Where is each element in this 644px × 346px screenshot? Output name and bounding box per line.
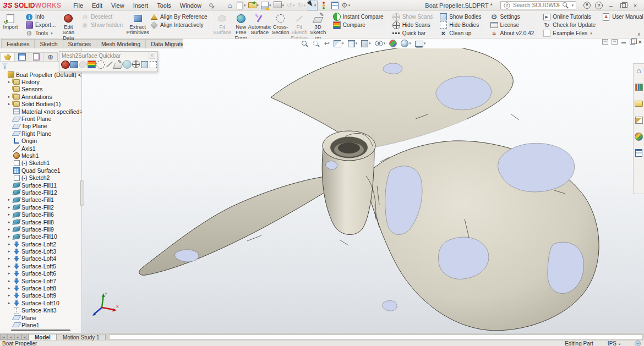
previous-view-button[interactable]: [323, 39, 331, 48]
expand-arrow-icon[interactable]: ▸: [7, 220, 12, 224]
cleanup-button[interactable]: Clean up: [437, 29, 483, 37]
expand-arrow-icon[interactable]: ▸: [7, 197, 12, 202]
info-button[interactable]: Info: [23, 13, 58, 21]
tree-item-surface-loft6[interactable]: ▸Surface-Loft6: [1, 270, 81, 277]
view-settings-caret-icon[interactable]: ▾: [424, 41, 426, 46]
extract-button[interactable]: Extract Primitives: [128, 12, 147, 37]
hide-scans-button[interactable]: Hide Scans: [390, 21, 435, 29]
tree-item-surface-fill6[interactable]: ▸Surface-Fill6: [1, 211, 81, 218]
quickbar-hide-bodies-button[interactable]: [149, 60, 157, 69]
quickbar-title-bar[interactable]: Mesh2Surface Quickbar ×: [59, 52, 157, 59]
expand-arrow-icon[interactable]: ▸: [7, 234, 12, 239]
quickbar-button[interactable]: Quick bar: [390, 29, 435, 37]
quickbar-sketch-3d-button[interactable]: [114, 60, 122, 69]
options-button[interactable]: ▾: [341, 1, 351, 10]
expand-arrow-icon[interactable]: ▸: [7, 256, 12, 261]
sketch-3d-button[interactable]: 3D Sketch on Scan: [309, 12, 328, 37]
newdoc-caret-icon[interactable]: ▾: [244, 3, 246, 8]
search-caret-icon[interactable]: ▾: [571, 3, 574, 8]
show-bodies-button[interactable]: Show Bodies: [437, 13, 483, 21]
view-orientation-caret-icon[interactable]: ▾: [356, 41, 358, 46]
tree-item-sketch1[interactable]: (-) Sketch1: [1, 160, 81, 167]
home-button[interactable]: [225, 1, 235, 10]
close-button[interactable]: ×: [629, 1, 641, 10]
tab-scroll-first-button[interactable]: |◂: [0, 334, 7, 340]
view-settings-button[interactable]: ▾: [413, 39, 428, 48]
expand-arrow-icon[interactable]: ▸: [7, 301, 12, 305]
tree-item-quad-surface1[interactable]: Quad Surface1: [1, 167, 81, 174]
pane-right-icon[interactable]: [612, 39, 618, 45]
tree-item-surface-loft5[interactable]: ▸Surface-Loft5: [1, 262, 81, 270]
zoom-area-button[interactable]: [311, 39, 322, 48]
tab-features[interactable]: Features: [1, 39, 35, 48]
align-ref-button[interactable]: Align By Reference: [148, 13, 210, 21]
compare-button[interactable]: Compare: [331, 21, 386, 29]
cross-section-button[interactable]: Cross-Section: [271, 12, 290, 37]
tools-caret-icon[interactable]: ▾: [51, 31, 53, 36]
tab-scroll-next-button[interactable]: ▸: [14, 334, 21, 340]
tree-item-surface-fill9[interactable]: ▸Surface-Fill9: [1, 226, 81, 233]
tree-item-surface-knit3[interactable]: Surface-Knit3: [1, 307, 81, 314]
quickbar-compare-button[interactable]: [88, 60, 96, 69]
expand-arrow-icon[interactable]: ▸: [7, 279, 12, 283]
mesh2surface-quickbar[interactable]: Mesh2Surface Quickbar ×: [59, 51, 158, 72]
units-selector[interactable]: IPS ▴: [608, 340, 620, 346]
menu-file[interactable]: File: [69, 0, 88, 10]
expand-arrow-icon[interactable]: ▸: [7, 249, 12, 254]
print-button[interactable]: ▾: [273, 1, 285, 10]
help-search-box[interactable]: ▾: [500, 1, 576, 9]
expand-arrow-icon[interactable]: ▸: [7, 242, 12, 246]
export-button[interactable]: Export...: [23, 21, 58, 29]
section-view-caret-icon[interactable]: ▾: [342, 41, 344, 46]
view-orientation-button[interactable]: ▾: [346, 39, 359, 48]
taskpane-folder-button[interactable]: [635, 99, 643, 108]
minimize-button[interactable]: –: [605, 1, 617, 10]
collapse-ribbon-chevron-icon[interactable]: ∧: [637, 31, 641, 37]
menu-tools[interactable]: Tools: [152, 0, 176, 10]
expand-arrow-icon[interactable]: ▸: [7, 212, 12, 217]
tree-item-surface-loft2[interactable]: ▸Surface-Loft2: [1, 240, 81, 248]
taskpane-ball-button[interactable]: [635, 132, 643, 141]
help-button[interactable]: [593, 1, 605, 10]
manual-button[interactable]: User Manual: [600, 13, 644, 21]
auto-surface-button[interactable]: Automatic Surface: [250, 12, 269, 37]
open-button[interactable]: ▾: [248, 1, 260, 10]
tree-item-sketch2[interactable]: (-) Sketch2: [1, 174, 81, 181]
tree-item-surface-fill8[interactable]: ▸Surface-Fill8: [1, 218, 81, 226]
tree-item-surface-fill1[interactable]: ▸Surface-Fill1: [1, 196, 81, 204]
section-view-button[interactable]: ▾: [332, 39, 346, 48]
tree-item-solid-bodies-1[interactable]: ▸Solid Bodies(1): [1, 101, 81, 108]
tutorials-button[interactable]: Online Tutorials: [541, 13, 598, 21]
filter-funnel-icon[interactable]: [2, 63, 8, 69]
propeller-model[interactable]: [82, 48, 644, 333]
newdoc-button[interactable]: ▾: [236, 1, 247, 10]
options-caret-icon[interactable]: ▾: [348, 3, 351, 8]
tree-item-surface-fill11[interactable]: Surface-Fill11: [1, 182, 81, 189]
tree-item-right-plane[interactable]: Right Plane: [1, 130, 81, 137]
tree-item-surface-loft7[interactable]: ▸Surface-Loft7: [1, 277, 81, 284]
quickbar-fit-sketch-button[interactable]: [105, 60, 113, 69]
tree-item-surface-fill2[interactable]: ▸Surface-Fill2: [1, 204, 81, 211]
save-button[interactable]: ▾: [260, 1, 272, 10]
motion-study-tab[interactable]: Motion Study 1: [57, 334, 106, 340]
quickbar-show-bodies-button[interactable]: [140, 60, 149, 69]
expand-arrow-icon[interactable]: ▸: [7, 271, 12, 276]
tree-item-top-plane[interactable]: Top Plane: [1, 123, 81, 130]
tree-item-surface-fill12[interactable]: Surface-Fill12: [1, 189, 81, 196]
tree-item-mesh1[interactable]: Mesh1: [1, 152, 81, 159]
display-style-caret-icon[interactable]: ▾: [369, 41, 371, 46]
expand-arrow-icon[interactable]: ▸: [7, 293, 12, 298]
about-button[interactable]: About v2.0.42: [488, 29, 537, 37]
login-button[interactable]: [581, 1, 593, 10]
apply-scene-caret-icon[interactable]: ▾: [409, 41, 411, 46]
tree-item-plane1[interactable]: Plane1: [1, 321, 81, 328]
settings-button[interactable]: Settings: [488, 13, 537, 21]
doc-close-icon[interactable]: ×: [638, 39, 642, 45]
tree-item-front-plane[interactable]: Front Plane: [1, 115, 81, 122]
model-tab[interactable]: Model: [29, 334, 57, 340]
display-style-button[interactable]: ▾: [359, 39, 373, 48]
update-button[interactable]: Check for Update: [541, 21, 598, 29]
tree-item-surface-loft10[interactable]: ▸Surface-Loft10: [1, 299, 81, 306]
expand-arrow-icon[interactable]: ▸: [7, 227, 12, 232]
fileprops-button[interactable]: [330, 1, 340, 10]
